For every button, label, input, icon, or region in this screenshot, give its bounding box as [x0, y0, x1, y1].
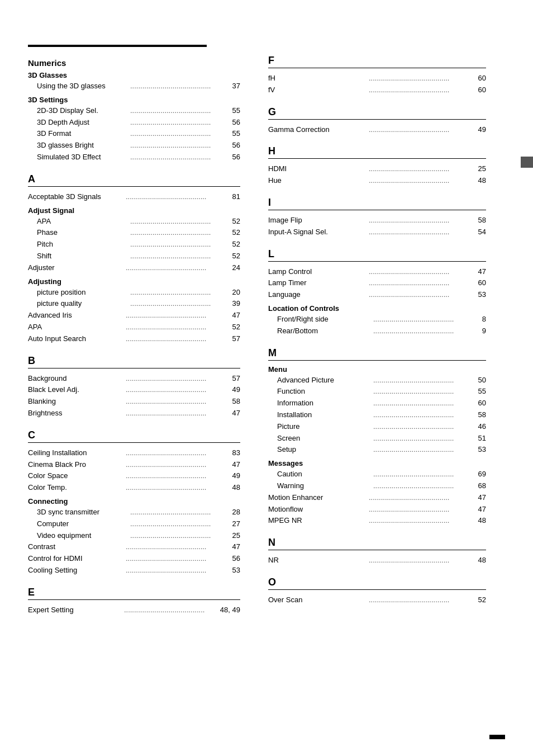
entry-page: 48, 49 [220, 604, 240, 616]
subsection-title: Menu [268, 365, 486, 374]
entry-page: 25 [469, 163, 486, 175]
subsection-title: Adjusting [28, 277, 240, 286]
list-item: Video equipment.........................… [28, 530, 240, 542]
entry-name: Warning [268, 480, 371, 492]
subsection-title: Connecting [28, 497, 240, 505]
entry-name: Lamp Control [268, 266, 367, 278]
list-item: Warning.................................… [268, 480, 486, 492]
entry-dots: ........................................ [128, 216, 223, 228]
entry-page: 52 [223, 227, 240, 239]
list-item: Contrast................................… [28, 541, 240, 553]
entry-dots: ........................................ [371, 469, 469, 480]
entry-page: 81 [223, 191, 240, 203]
section-letter-b: B [28, 355, 240, 368]
entry-page: 37 [223, 81, 240, 92]
list-item: Function................................… [268, 386, 486, 398]
entry-dots: ........................................ [371, 444, 469, 456]
entry-name: Hue [268, 175, 367, 187]
subsection-title: 3D Glasses [28, 71, 240, 79]
entry-page: 48 [223, 482, 240, 494]
entry-dots: ........................................ [123, 396, 223, 408]
entry-dots: ........................................ [371, 398, 469, 409]
entry-name: Caution [268, 469, 371, 480]
entry-name: Input-A Signal Sel. [268, 226, 367, 238]
entry-page: 48 [469, 515, 486, 527]
list-item: Cinema Black Pro........................… [28, 459, 240, 471]
entry-name: APA [28, 322, 123, 333]
section-letter-a: A [28, 173, 240, 187]
list-item: APA.....................................… [28, 322, 240, 333]
list-item: Pitch...................................… [28, 239, 240, 251]
entry-page: 24 [223, 262, 240, 274]
entry-page: 48 [469, 175, 486, 187]
entry-dots: ........................................ [128, 140, 223, 152]
entry-dots: ........................................ [367, 215, 469, 226]
entry-page: 50 [469, 375, 486, 386]
entry-page: 47 [223, 310, 240, 322]
entry-dots: ........................................ [367, 515, 469, 527]
entry-name: Cinema Black Pro [28, 459, 123, 471]
entry-name: Screen [268, 433, 371, 445]
entry-page: 47 [469, 492, 486, 504]
list-item: Setup...................................… [268, 444, 486, 456]
entry-page: 39 [223, 298, 240, 310]
entry-name: 3D Format [28, 128, 128, 140]
entry-name: Black Level Adj. [28, 384, 123, 396]
list-item: Phase...................................… [28, 227, 240, 239]
section-letter-e: E [28, 587, 240, 600]
entry-dots: ........................................ [128, 105, 223, 117]
entry-dots: ........................................ [367, 226, 469, 238]
list-item: Motionflow..............................… [268, 504, 486, 516]
entry-dots: ........................................ [123, 262, 223, 274]
entry-name: Adjuster [28, 262, 123, 274]
entry-dots: ........................................ [128, 298, 223, 310]
entry-dots: ........................................ [371, 386, 469, 398]
entry-dots: ........................................ [123, 191, 223, 203]
entry-page: 60 [469, 398, 486, 409]
entry-page: 47 [223, 459, 240, 471]
entry-dots: ........................................ [371, 480, 469, 492]
entry-dots: ........................................ [367, 266, 469, 278]
entry-page: 53 [469, 289, 486, 301]
list-item: Color Temp..............................… [28, 482, 240, 494]
entry-page: 58 [469, 409, 486, 421]
list-item: picture quality.........................… [28, 298, 240, 310]
entry-dots: ........................................ [371, 421, 469, 433]
entry-page: 47 [469, 504, 486, 516]
section-letter-l: L [268, 248, 486, 262]
entry-name: Installation [268, 409, 371, 421]
entry-page: 57 [223, 373, 240, 385]
section-letter-o: O [268, 577, 486, 590]
list-item: 3D glasses Bright.......................… [28, 140, 240, 152]
list-item: Language................................… [268, 289, 486, 301]
list-item: NR......................................… [268, 555, 486, 566]
entry-page: 20 [223, 287, 240, 299]
entry-dots: ........................................ [123, 482, 223, 494]
entry-dots: ........................................ [123, 565, 223, 577]
entry-page: 53 [469, 444, 486, 456]
list-item: 2D-3D Display Sel.......................… [28, 105, 240, 117]
entry-name: NR [268, 555, 367, 566]
list-item: Simulated 3D Effect.....................… [28, 152, 240, 163]
list-item: APA.....................................… [28, 216, 240, 228]
subsection-title: Adjust Signal [28, 206, 240, 215]
entry-dots: ........................................ [123, 447, 223, 459]
list-item: Background..............................… [28, 373, 240, 385]
entry-page: 55 [223, 128, 240, 140]
entry-dots: ........................................ [367, 73, 469, 84]
list-item: Brightness..............................… [28, 408, 240, 419]
entry-name: Over Scan [268, 594, 367, 606]
entry-dots: ........................................ [123, 333, 223, 345]
entry-name: Video equipment [28, 530, 128, 542]
section-letter-n: N [268, 537, 486, 550]
list-item: Picture.................................… [268, 421, 486, 433]
list-item: Computer................................… [28, 518, 240, 530]
entry-name: Auto Input Search [28, 333, 123, 345]
subsection-title: Location of Controls [268, 304, 486, 313]
entry-page: 48 [469, 555, 486, 566]
entry-name: Simulated 3D Effect [28, 152, 128, 163]
left-column: Numerics3D GlassesUsing the 3D glasses..… [0, 22, 257, 734]
subsection-title: 3D Settings [28, 96, 240, 104]
list-item: Control for HDMI........................… [28, 553, 240, 565]
list-item: Cooling Setting.........................… [28, 565, 240, 577]
